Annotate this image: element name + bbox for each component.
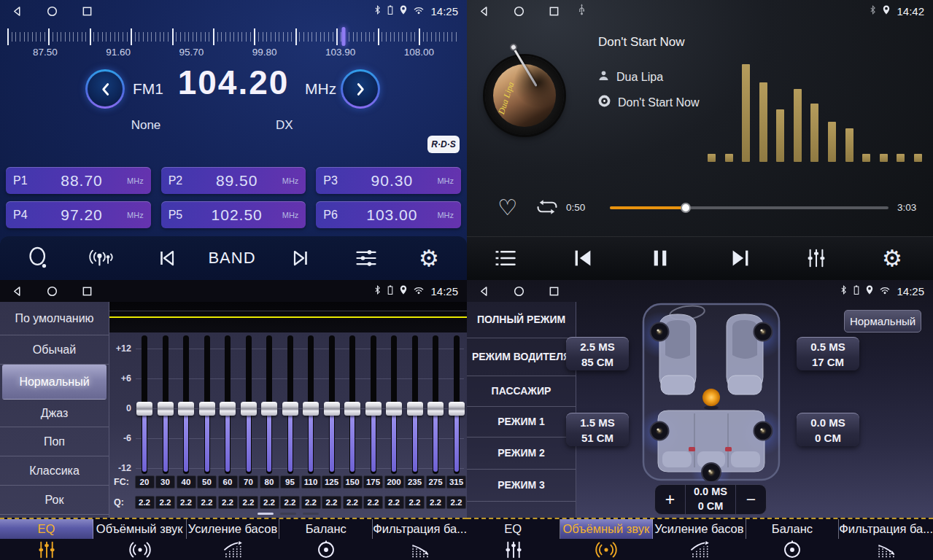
q-value-chip[interactable]: 2.2 [239, 496, 258, 509]
mode-2[interactable]: РЕЖИМ 2 [467, 438, 576, 470]
q-value-chip[interactable]: 2.2 [384, 496, 404, 509]
mode-3[interactable]: РЕЖИМ 3 [467, 470, 576, 502]
tab-surround[interactable]: Объёмный звук [93, 519, 187, 560]
nav-back-icon[interactable] [12, 286, 23, 297]
eq-preset-default[interactable]: По умолчанию [0, 302, 109, 335]
nav-recents-icon[interactable] [82, 286, 93, 297]
eq-slider-knob[interactable] [303, 402, 319, 416]
next-track-icon[interactable] [727, 248, 755, 269]
audio-settings-icon[interactable] [802, 248, 831, 268]
delay-front-left-button[interactable]: 2.5 MS 85 CM [566, 337, 629, 370]
tab-balance[interactable]: Баланс [746, 519, 840, 560]
nav-home-icon[interactable] [47, 6, 58, 17]
eq-slider-knob[interactable] [449, 402, 465, 416]
fc-value-chip[interactable]: 95 [280, 475, 300, 489]
fc-value-chip[interactable]: 275 [426, 475, 446, 489]
q-value-chip[interactable]: 2.2 [280, 496, 300, 509]
eq-slider-knob[interactable] [386, 402, 402, 416]
eq-slider-knob[interactable] [136, 402, 152, 416]
broadcast-icon[interactable] [83, 247, 120, 269]
repeat-icon[interactable] [531, 197, 563, 219]
eq-band-slider[interactable] [245, 335, 252, 474]
previous-station-icon[interactable] [153, 248, 181, 268]
settings-gear-icon[interactable]: ⚙ [878, 246, 907, 271]
eq-slider-knob[interactable] [407, 402, 423, 416]
tab-balance[interactable]: Баланс [279, 519, 373, 560]
fc-value-chip[interactable]: 125 [322, 475, 341, 489]
eq-preset-normal[interactable]: Нормальный [2, 365, 107, 400]
eq-preset-classic[interactable]: Классика [0, 456, 109, 486]
fc-value-chip[interactable]: 50 [197, 475, 217, 489]
preset-p1[interactable]: P188.70MHz [6, 167, 151, 194]
q-value-chip[interactable]: 2.2 [322, 496, 341, 509]
eq-band-slider[interactable] [307, 335, 314, 474]
eq-band-slider[interactable] [432, 335, 439, 474]
fc-value-chip[interactable]: 175 [363, 475, 383, 489]
nav-back-icon[interactable] [12, 6, 23, 17]
q-value-chip[interactable]: 2.2 [177, 496, 196, 509]
q-value-chip[interactable]: 2.2 [197, 496, 217, 509]
eq-band-slider[interactable] [162, 335, 169, 474]
mode-driver[interactable]: РЕЖИМ ВОДИТЕЛЯ [467, 338, 576, 376]
nav-recents-icon[interactable] [549, 6, 560, 17]
scan-icon[interactable] [23, 246, 54, 271]
eq-slider-knob[interactable] [199, 402, 215, 416]
fc-value-chip[interactable]: 235 [405, 475, 425, 489]
eq-preset-pop[interactable]: Поп [0, 427, 109, 456]
progress-knob[interactable] [681, 203, 691, 213]
delay-front-right-button[interactable]: 0.5 MS 17 CM [797, 337, 859, 370]
preset-p3[interactable]: P390.30MHz [316, 167, 461, 194]
q-value-chip[interactable]: 2.2 [218, 496, 238, 509]
eq-preset-custom[interactable]: Обычай [0, 335, 109, 365]
fc-value-chip[interactable]: 40 [177, 475, 196, 489]
delay-minus-button[interactable]: − [735, 485, 766, 514]
eq-slider-knob[interactable] [178, 402, 194, 416]
nav-home-icon[interactable] [514, 286, 524, 297]
playlist-icon[interactable] [491, 249, 521, 268]
mode-full[interactable]: ПОЛНЫЙ РЕЖИМ [467, 302, 576, 338]
sound-preset-button[interactable]: Нормальный [844, 310, 921, 332]
eq-slider-knob[interactable] [282, 402, 298, 416]
previous-track-icon[interactable] [569, 248, 597, 269]
eq-slider-knob[interactable] [344, 402, 360, 416]
nav-recents-icon[interactable] [549, 286, 560, 297]
eq-band-slider[interactable] [328, 335, 336, 474]
delay-rear-left-button[interactable]: 1.5 MS 51 CM [566, 413, 629, 446]
fc-value-chip[interactable]: 150 [343, 475, 363, 489]
eq-slider-knob[interactable] [365, 402, 382, 416]
q-value-chip[interactable]: 2.2 [260, 496, 279, 509]
tab-filter[interactable]: Фильтрация ба... [373, 519, 467, 560]
q-value-chip[interactable]: 2.2 [405, 496, 425, 509]
preset-p2[interactable]: P289.50MHz [161, 167, 306, 194]
q-value-chip[interactable]: 2.2 [301, 496, 321, 509]
nav-back-icon[interactable] [479, 6, 489, 17]
fc-value-chip[interactable]: 315 [446, 475, 466, 489]
fc-value-chip[interactable]: 70 [239, 475, 258, 489]
equalizer-settings-icon[interactable] [351, 248, 382, 269]
nav-recents-icon[interactable] [82, 6, 93, 17]
q-value-chip[interactable]: 2.2 [155, 496, 175, 509]
nav-back-icon[interactable] [479, 286, 489, 297]
pause-icon[interactable] [648, 248, 673, 269]
eq-band-slider[interactable] [266, 335, 273, 474]
eq-band-slider[interactable] [224, 335, 231, 474]
tuning-ruler[interactable] [7, 27, 460, 46]
fc-value-chip[interactable]: 200 [384, 475, 404, 489]
eq-band-slider[interactable] [370, 335, 377, 474]
eq-preset-jazz[interactable]: Джаз [0, 400, 109, 427]
tab-surround[interactable]: Объёмный звук [560, 519, 654, 560]
tab-eq[interactable]: EQ [0, 519, 93, 560]
preset-p5[interactable]: P5102.50MHz [161, 201, 306, 228]
tune-up-button[interactable] [341, 69, 380, 109]
favorite-heart-icon[interactable]: ♡ [493, 194, 522, 221]
q-value-chip[interactable]: 2.2 [446, 496, 466, 509]
fc-value-chip[interactable]: 80 [260, 475, 279, 489]
eq-slider-knob[interactable] [427, 402, 444, 416]
eq-band-slider[interactable] [182, 335, 190, 474]
eq-band-slider[interactable] [411, 335, 419, 474]
eq-slider-knob[interactable] [220, 402, 236, 416]
preset-p4[interactable]: P497.20MHz [6, 201, 151, 228]
fc-value-chip[interactable]: 60 [218, 475, 238, 489]
tab-eq[interactable]: EQ [467, 519, 560, 560]
eq-band-slider[interactable] [141, 335, 148, 474]
